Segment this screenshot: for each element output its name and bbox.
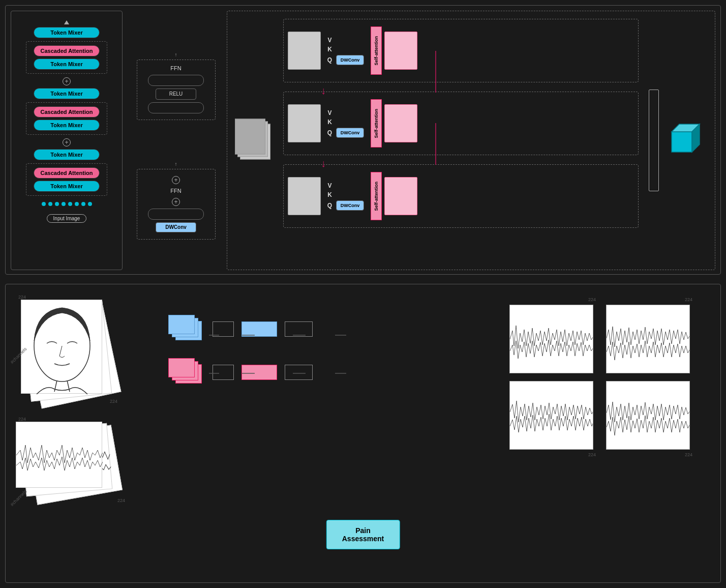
face-sketch-area: 224 224 bbox=[16, 292, 117, 406]
bottom-middle-content bbox=[168, 315, 313, 386]
vkq-stack-2: V K Q DWConv bbox=[326, 109, 364, 138]
signal-area: 224 224 #channels bbox=[16, 414, 123, 503]
pink-rect bbox=[241, 365, 277, 380]
feature-map-1 bbox=[288, 32, 321, 70]
group-box-3: Cascaded Attention Token Mixer bbox=[26, 163, 107, 196]
dwconv-1: DWConv bbox=[336, 55, 364, 65]
self-attention-3: Self-attention bbox=[371, 172, 382, 220]
stacked-maps-pink bbox=[168, 358, 205, 386]
top-section: Token Mixer Cascaded Attention Token Mix… bbox=[5, 5, 721, 275]
dot-4 bbox=[62, 202, 66, 206]
dot-7 bbox=[81, 202, 85, 206]
dot-3 bbox=[55, 202, 59, 206]
cascade-row-3: ↓ V K Q DWConv Self-attention bbox=[283, 164, 639, 228]
dot-1 bbox=[42, 202, 46, 206]
waveform-box-3 bbox=[606, 305, 690, 373]
self-attention-1: Self-attention bbox=[371, 26, 382, 75]
dot-2 bbox=[48, 202, 52, 206]
dots-row bbox=[42, 202, 92, 206]
dwconv-2: DWConv bbox=[336, 128, 364, 138]
dot-5 bbox=[68, 202, 72, 206]
k-label-3: K bbox=[326, 191, 334, 198]
token-mixer-5: Token Mixer bbox=[34, 149, 100, 160]
vkq-stack-3: V K Q DWConv bbox=[326, 182, 364, 211]
self-attention-text-2: Self-attention bbox=[374, 109, 379, 138]
input-image-label: Input Image bbox=[47, 214, 87, 223]
waveform-dim-right-bottom: 224 bbox=[685, 452, 692, 457]
self-attention-text-3: Self-attention bbox=[374, 182, 379, 211]
k-label-1: K bbox=[326, 46, 334, 53]
teal-cube bbox=[664, 119, 705, 162]
waveform-box-1 bbox=[509, 305, 593, 373]
pain-label-line1: Pain bbox=[342, 526, 384, 535]
waveform-dim-bottom: 224 bbox=[588, 452, 596, 457]
waveform-box-2 bbox=[509, 381, 593, 450]
waveform-area: 224 224 bbox=[509, 305, 593, 450]
v-label-2: V bbox=[326, 109, 334, 116]
waveform-area-2: 224 224 bbox=[606, 305, 690, 450]
empty-rect-pink bbox=[285, 365, 313, 380]
dim-224-bottom-left: 224 bbox=[18, 417, 26, 422]
q-label-1: Q bbox=[326, 56, 334, 64]
ffn-label-1: FFN bbox=[170, 65, 181, 71]
cascade-row-1: V K Q DWConv Self-attention bbox=[283, 19, 639, 82]
q-label-3: Q bbox=[326, 202, 334, 209]
output-map-3 bbox=[384, 177, 417, 215]
tall-rect bbox=[649, 90, 659, 191]
plus-circle-1: + bbox=[63, 77, 71, 85]
token-mixer-6: Token Mixer bbox=[34, 181, 100, 192]
output-map-1 bbox=[384, 32, 417, 70]
svg-marker-0 bbox=[672, 132, 692, 152]
pain-label-line2: Assessment bbox=[342, 535, 384, 543]
v-label-1: V bbox=[326, 37, 334, 44]
ffn-block-2: + FFN + DWConv bbox=[137, 169, 216, 240]
middle-panel: ↑ FFN RELU ↑ + FFN + DWConv bbox=[130, 11, 222, 270]
stacked-maps-blue bbox=[168, 315, 205, 343]
dot-8 bbox=[88, 202, 92, 206]
waveform-dim-top: 224 bbox=[588, 297, 596, 302]
small-rect-pink bbox=[213, 365, 234, 380]
k-label-2: K bbox=[326, 119, 334, 126]
q-label-2: Q bbox=[326, 129, 334, 136]
legend-row-blue bbox=[168, 315, 313, 343]
ffn-inner-1b bbox=[148, 102, 204, 113]
self-attention-2: Self-attention bbox=[371, 99, 382, 148]
ffn-block-1: FFN RELU bbox=[137, 60, 216, 120]
dwconv-mid: DWConv bbox=[156, 222, 196, 232]
plus-circle-2: + bbox=[63, 138, 71, 146]
waveform-dim-right-top: 224 bbox=[685, 297, 692, 302]
relu-block: RELU bbox=[156, 89, 196, 100]
left-panel: Token Mixer Cascaded Attention Token Mix… bbox=[11, 11, 123, 270]
vkq-stack-1: V K Q DWConv bbox=[326, 37, 364, 65]
waveform-box-4 bbox=[606, 381, 690, 450]
pain-assessment-label: Pain Assessment bbox=[326, 520, 400, 549]
token-mixer-2: Token Mixer bbox=[34, 58, 100, 70]
cascaded-attention-1: Cascaded Attention bbox=[34, 45, 100, 56]
self-attention-text-1: Self-attention bbox=[374, 36, 379, 66]
v-label-3: V bbox=[326, 182, 334, 189]
plus-circle-ffn: + bbox=[172, 176, 180, 184]
token-mixer-1: Token Mixer bbox=[34, 27, 100, 38]
group-box-1: Cascaded Attention Token Mixer bbox=[26, 41, 107, 74]
dwconv-3: DWConv bbox=[336, 200, 364, 211]
cascaded-attention-2: Cascaded Attention bbox=[34, 106, 100, 117]
output-map-2 bbox=[384, 104, 417, 142]
cascaded-attention-3: Cascaded Attention bbox=[34, 167, 100, 179]
token-mixer-3: Token Mixer bbox=[34, 88, 100, 99]
token-mixer-4: Token Mixer bbox=[34, 120, 100, 131]
ffn-inner-2a bbox=[148, 209, 204, 220]
plus-circle-ffn2: + bbox=[172, 198, 180, 206]
legend-row-pink bbox=[168, 358, 313, 386]
right-panel: V K Q DWConv Self-attention ↓ V K Q bbox=[227, 11, 715, 270]
empty-rect-blue bbox=[285, 321, 313, 337]
group-box-2: Cascaded Attention Token Mixer bbox=[26, 102, 107, 135]
feature-map-2 bbox=[288, 104, 321, 142]
feature-map-3 bbox=[288, 177, 321, 215]
ffn-inner-1a bbox=[148, 75, 204, 86]
bottom-section: 224 224 bbox=[5, 284, 721, 583]
arrow-up-1 bbox=[64, 20, 69, 24]
small-rect-blue bbox=[213, 321, 234, 337]
ffn-label-2: FFN bbox=[170, 188, 181, 194]
blue-rect bbox=[241, 321, 277, 337]
dim-224-top: 224 bbox=[18, 295, 26, 300]
